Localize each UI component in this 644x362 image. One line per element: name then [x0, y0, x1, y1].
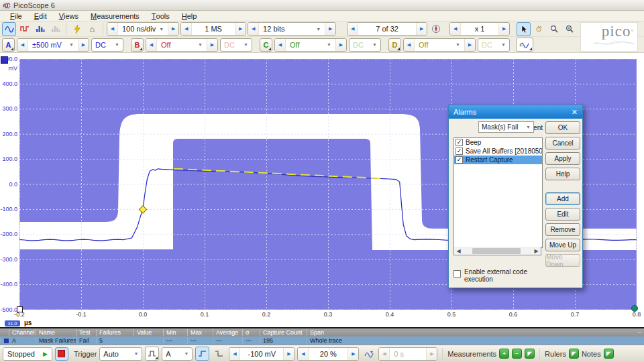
- advanced-trigger-icon[interactable]: [145, 347, 159, 361]
- checkbox-checked[interactable]: ✓: [455, 156, 463, 164]
- persistence-view-icon[interactable]: [48, 22, 62, 36]
- alarm-action-item[interactable]: ✓Save All Buffers [20180503-00: [454, 147, 542, 156]
- scrollbar-thumb[interactable]: [472, 248, 521, 254]
- range-prev-icon[interactable]: ◀: [17, 39, 28, 51]
- checkbox-checked[interactable]: ✓: [455, 139, 463, 146]
- auto-setup-icon[interactable]: [70, 22, 84, 36]
- range-next-icon[interactable]: ▶: [78, 39, 89, 51]
- menu-file[interactable]: File: [4, 11, 28, 21]
- posttrig-up-icon[interactable]: ▶: [427, 348, 437, 360]
- zoom-prev-icon[interactable]: ◀: [450, 23, 460, 35]
- apply-button[interactable]: Apply: [545, 152, 580, 165]
- math-channels-icon[interactable]: [516, 38, 533, 52]
- range-prev-icon[interactable]: ◀: [146, 39, 156, 51]
- resolution-next-icon[interactable]: ▶: [325, 23, 335, 35]
- menu-edit[interactable]: Edit: [28, 11, 53, 21]
- measurements-row[interactable]: AMask FailuresFail5------------195Whole …: [0, 337, 644, 345]
- buffer-next-icon[interactable]: ▶: [417, 23, 427, 35]
- alarm-list-scrollbar[interactable]: ◀ ▶: [453, 247, 541, 255]
- timebase-prev-icon[interactable]: ◀: [107, 23, 117, 35]
- menu-measurements[interactable]: Measurements: [85, 11, 146, 21]
- channel-b-button[interactable]: B: [131, 38, 144, 52]
- column-header[interactable]: Value: [133, 329, 163, 336]
- add-button[interactable]: Add: [545, 192, 580, 205]
- notes-panel-icon[interactable]: ◤: [604, 349, 614, 359]
- column-header[interactable]: Max: [187, 329, 213, 336]
- ok-button[interactable]: OK: [545, 121, 580, 134]
- column-header[interactable]: Channel: [9, 329, 36, 336]
- buffer-prev-icon[interactable]: ◀: [347, 23, 358, 35]
- stop-button[interactable]: [55, 347, 68, 361]
- collapse-panel-icon[interactable]: −: [638, 329, 641, 336]
- remove-measurement-icon[interactable]: −: [512, 349, 522, 359]
- buffer-position[interactable]: 7 of 32: [358, 23, 417, 35]
- samples-next-icon[interactable]: ▶: [235, 23, 246, 35]
- run-state[interactable]: Stopped: [3, 348, 39, 360]
- scroll-left-icon[interactable]: ◀: [454, 248, 463, 254]
- alarms-dialog-titlebar[interactable]: Alarms ✕: [449, 105, 582, 119]
- buffer-overview-icon[interactable]: [429, 22, 443, 36]
- falling-edge-icon[interactable]: [212, 347, 226, 361]
- move-up-button[interactable]: Move Up: [545, 239, 580, 251]
- column-header[interactable]: Average: [213, 329, 242, 336]
- close-icon[interactable]: ✕: [572, 108, 578, 117]
- samples-prev-icon[interactable]: ◀: [181, 23, 191, 35]
- samples-value[interactable]: 1 MS: [191, 23, 235, 35]
- spectrum-view-icon[interactable]: [33, 22, 47, 36]
- column-header[interactable]: Test: [76, 329, 96, 336]
- zoom-next-icon[interactable]: ▶: [499, 23, 509, 35]
- level-down-icon[interactable]: ◀: [229, 348, 239, 360]
- column-header[interactable]: Capture Count: [260, 329, 307, 336]
- alarm-actions-list[interactable]: ✓Beep✓Save All Buffers [20180503-00✓Rest…: [453, 137, 543, 248]
- event-dropdown[interactable]: Mask(s) Fail ▼: [478, 121, 534, 133]
- menu-help[interactable]: Help: [176, 11, 203, 21]
- column-header[interactable]: Name: [36, 329, 76, 336]
- mask-handle[interactable]: [17, 306, 23, 312]
- scope-view-icon[interactable]: [2, 22, 16, 36]
- channel-a-button[interactable]: A: [2, 38, 15, 52]
- column-header[interactable]: Failures: [96, 329, 133, 336]
- rapid-trigger-icon[interactable]: [362, 347, 376, 361]
- xy-view-icon[interactable]: [17, 22, 32, 36]
- channel-d-range[interactable]: Off▼: [414, 39, 465, 51]
- channel-a-coupling[interactable]: DC▼: [91, 38, 123, 52]
- channel-d-button[interactable]: D: [388, 38, 401, 52]
- play-icon[interactable]: ▶: [39, 348, 52, 360]
- menu-views[interactable]: Views: [53, 11, 85, 21]
- column-header[interactable]: Min: [163, 329, 187, 336]
- alarm-action-item[interactable]: ✓Beep: [454, 138, 542, 147]
- add-measurement-icon[interactable]: +: [499, 349, 509, 359]
- pre-trigger[interactable]: 20 %: [308, 348, 348, 360]
- pretrig-down-icon[interactable]: ◀: [298, 348, 308, 360]
- trigger-mode-dropdown[interactable]: Auto▼: [99, 347, 142, 361]
- channel-b-range[interactable]: Off▼: [156, 39, 207, 51]
- scroll-right-icon[interactable]: ▶: [532, 248, 541, 254]
- column-header[interactable]: Span: [307, 329, 644, 336]
- resolution-value[interactable]: 12 bits▼: [258, 23, 325, 35]
- cancel-button[interactable]: Cancel: [545, 137, 580, 149]
- range-prev-icon[interactable]: ◀: [275, 39, 285, 51]
- channel-c-button[interactable]: C: [260, 38, 272, 52]
- x-scale-badge[interactable]: x1.0: [5, 320, 20, 326]
- trigger-level[interactable]: -100 mV: [239, 348, 284, 360]
- posttrig-down-icon[interactable]: ◀: [379, 348, 389, 360]
- marquee-zoom-icon[interactable]: [547, 22, 561, 36]
- trigger-source-dropdown[interactable]: A▼: [162, 347, 193, 361]
- range-prev-icon[interactable]: ◀: [404, 39, 414, 51]
- expand-measurements-icon[interactable]: ◤: [525, 349, 535, 359]
- rulers-panel-icon[interactable]: ◤: [569, 349, 579, 359]
- pretrig-up-icon[interactable]: ▶: [348, 348, 358, 360]
- range-next-icon[interactable]: ▶: [207, 39, 217, 51]
- external-code-option[interactable]: Enable external code execution: [453, 268, 547, 283]
- checkbox-checked[interactable]: ✓: [455, 147, 463, 155]
- remove-button[interactable]: Remove: [545, 223, 580, 236]
- timebase-value[interactable]: 100 ns/div▼: [117, 23, 168, 35]
- channel-c-range[interactable]: Off▼: [285, 39, 336, 51]
- timebase-next-icon[interactable]: ▶: [168, 23, 178, 35]
- pointer-tool-icon[interactable]: [517, 22, 531, 36]
- level-up-icon[interactable]: ▶: [284, 348, 294, 360]
- alarm-action-item[interactable]: ✓Restart Capture: [454, 156, 542, 164]
- hand-tool-icon[interactable]: [532, 22, 546, 36]
- menu-tools[interactable]: Tools: [146, 11, 176, 21]
- home-icon[interactable]: ⌂: [85, 22, 99, 36]
